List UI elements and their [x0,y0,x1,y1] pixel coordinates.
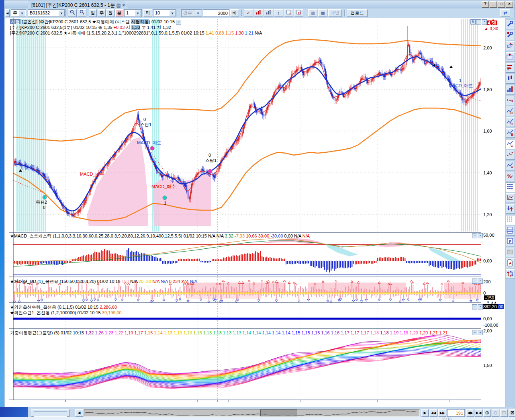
interval-combo[interactable]: 1▼ [124,9,142,17]
indicator-settings-icon[interactable] [506,31,515,40]
capture-doc-icon[interactable] [294,9,303,17]
signal-close-icon[interactable]: × [176,20,181,25]
chevron-down-icon[interactable]: ▼ [19,10,25,16]
percent-chart-icon[interactable]: % [506,117,515,127]
grid-toggle-icon[interactable] [506,182,515,192]
title-printer-icon[interactable]: ▤ [116,2,121,8]
go-end-button[interactable]: ▶◀ [475,409,482,417]
red-bars-icon[interactable] [254,9,263,17]
panel-minimize-icon[interactable]: ‒ [476,19,481,25]
day-button[interactable]: 일 [89,9,97,17]
print-icon[interactable] [506,226,515,236]
page-number-input[interactable] [447,409,465,417]
bar-count-input[interactable] [203,9,229,17]
axis-label: 0,00 [483,258,492,263]
fast-forward-button[interactable]: ▶▶ [438,409,446,417]
net-ma-value: 1,32 [85,330,95,335]
splitter-grip[interactable] [31,409,69,417]
legend-segment: 가중이동평균(그물망) (5) 01/02 10:15 [10,330,85,335]
month-button[interactable]: 월 [106,9,114,17]
eraser-icon[interactable] [506,41,515,51]
axis-label: 0 [483,291,486,295]
page-setup-icon[interactable]: P [506,237,515,246]
panel-close-icon[interactable]: × [478,233,483,238]
zoom-in-button[interactable]: ⊕ [483,409,491,417]
scroll-track[interactable] [84,409,420,417]
rewind-button[interactable]: ◀◀ [429,409,437,417]
close-line-chart-icon[interactable]: C [506,139,515,149]
close-nav-button[interactable]: ⊠ [509,409,515,417]
indicator-list-icon[interactable] [506,63,515,73]
bar-button[interactable]: 바 [230,9,239,17]
capture-icon [506,248,515,257]
highlow-chart-icon[interactable]: HL [506,107,515,116]
upload-button[interactable]: 업로드 [347,9,368,17]
panel-close-icon[interactable]: × [478,330,483,335]
legend-segment: N/A [152,279,161,284]
window-title: [6101] [주간]KP200 C 2601 632,5 - 1분 [31,2,115,8]
tick-button[interactable]: 틱 [143,9,152,17]
code-combo[interactable]: B0161632▼ [28,9,65,17]
fit-width-button[interactable]: ◀▶ [466,409,474,417]
log-scale-icon[interactable]: Log [506,96,515,105]
refresh-icon[interactable]: ⇄ [500,9,510,17]
grid-window-icon[interactable]: ▦ [318,9,327,17]
line-bar-chart-icon[interactable] [506,128,515,138]
period-combo[interactable]: 주▼ [11,9,26,17]
tab-close-icon[interactable]: × [122,2,125,8]
close-button[interactable]: × [506,1,513,8]
chart-settings-icon[interactable] [506,20,515,29]
grid-dots-icon[interactable] [506,215,515,225]
panel-close-icon[interactable]: × [478,279,483,284]
chevron-down-icon[interactable]: ▼ [135,10,141,16]
trend-arrow-chart-icon[interactable] [506,161,515,170]
scroll-left-button[interactable]: ◀ [75,409,83,417]
chevron-down-icon[interactable]: ▼ [169,10,176,16]
net-ma-value: 1,13 [203,330,213,335]
net-ma-header: 가중이동평균(그물망) (5) 01/02 10:15 1,32 1,26 1,… [10,330,448,336]
legend-segment: 0,00 [284,234,294,238]
auto-text-icon[interactable]: A [506,258,515,268]
axis-settings-icon[interactable] [506,193,515,203]
minute-button[interactable]: 분 [115,9,123,17]
help-button[interactable]: ? [482,1,489,8]
percent-compare-icon[interactable]: % [506,172,515,181]
week-button[interactable]: 주 [98,9,106,17]
point-chart-icon[interactable] [506,150,515,160]
axis-label: 2,00 [483,45,492,50]
tick-count-combo[interactable]: 10▼ [153,9,176,17]
desktop: [6101] [주간]KP200 C 2601 632,5 - 1분 ▤ × ?… [0,0,515,420]
title-bar[interactable]: [6101] [주간]KP200 C 2601 632,5 - 1분 ▤ × ?… [4,0,515,8]
svg-text:MACD_매도: MACD_매도 [449,83,473,88]
gray-bars-icon[interactable] [264,9,273,17]
scale-updown-icon[interactable] [506,204,515,214]
legend-segment: 시험 [10,19,20,24]
panel-minimize-icon[interactable]: ‒ [472,233,477,238]
bar-type-icon[interactable] [506,85,515,94]
panel-minimize-icon[interactable]: ‒ [472,304,477,309]
search-recent-button[interactable] [78,9,86,17]
candle-type-icon[interactable] [506,74,515,84]
load-chart-icon[interactable] [506,52,515,62]
panel-minimize-icon[interactable]: ‒ [472,279,477,284]
net-ma-value: 1,13 [223,330,233,335]
panel-minimize-icon[interactable]: ‒ [472,330,477,335]
updown-arrow-icon[interactable]: ↕ [274,9,283,17]
copy-doc-icon[interactable] [284,9,293,17]
chevron-down-icon[interactable]: ▼ [58,10,65,16]
panel-close-icon[interactable]: × [478,304,483,309]
sort-updown-icon[interactable]: SY [506,269,515,279]
step-forward-button[interactable]: ▶ [421,409,429,417]
panel-maximize-icon[interactable]: × [482,19,487,25]
toolbar-collapse-arrow[interactable]: ◂ [5,9,10,17]
net-ma-value: 1,17 [134,330,144,335]
window-title-tab[interactable]: [6101] [주간]KP200 C 2601 632,5 - 1분 ▤ × [28,1,129,9]
scroll-thumb[interactable] [260,410,297,416]
new-chart-button[interactable]: N [470,19,476,25]
search-button[interactable] [68,9,77,17]
legend-segment: N/A [161,279,169,284]
minimize-button[interactable]: _ [490,1,497,8]
split-window-icon[interactable]: ▥ [308,9,317,17]
maximize-button[interactable]: □ [498,1,505,8]
signal-check-icon[interactable]: ✓ [244,9,253,17]
